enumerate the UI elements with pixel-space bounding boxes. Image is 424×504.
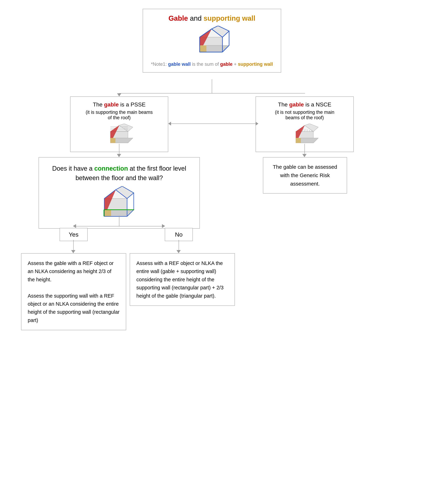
yes-no-horizontal xyxy=(76,226,162,227)
generic-box: The gable can be assessed with the Gener… xyxy=(263,157,347,194)
no-down-arrow xyxy=(176,250,181,253)
psse-down-connector xyxy=(119,144,119,154)
svg-marker-5 xyxy=(200,45,206,52)
arrow-to-yes xyxy=(73,224,76,228)
psse-down-arrow xyxy=(117,154,121,157)
yes-down-arrow xyxy=(71,250,75,253)
psse-house-container xyxy=(75,124,163,147)
connector-top-down xyxy=(212,79,212,93)
generic-text: The gable can be assessed with the Gener… xyxy=(270,163,340,188)
main-chart: Gable and supporting wall xyxy=(0,0,424,504)
svg-marker-18 xyxy=(110,138,115,143)
nsce-down-connector xyxy=(305,144,305,154)
nsce-desc: (it is not supporting the mainbeams of t… xyxy=(261,110,349,120)
note-gable-wall: gable wall xyxy=(168,62,191,67)
top-box: Gable and supporting wall xyxy=(143,9,281,73)
psse-house-svg xyxy=(102,124,137,146)
note-supporting: supporting wall xyxy=(238,62,273,67)
yes-box: Yes xyxy=(60,228,88,241)
top-house-container xyxy=(150,26,274,58)
connection-title: Does it have a connection at the first f… xyxy=(48,164,191,183)
title-supporting: supporting wall xyxy=(204,14,255,22)
svg-marker-30 xyxy=(296,138,301,143)
no-down-connector xyxy=(179,240,179,250)
yes-label: Yes xyxy=(69,231,78,238)
note-gable: gable xyxy=(220,62,233,67)
bottom-left-box: Assess the gable with a REF object or an… xyxy=(21,253,126,330)
arrow-to-no xyxy=(162,224,165,228)
psse-desc: (it is supporting the main beamsof the r… xyxy=(75,110,163,120)
connection-word: connection xyxy=(94,165,128,172)
note: *Note1: gable wall is the sum of gable +… xyxy=(150,62,274,67)
svg-marker-36 xyxy=(104,210,111,216)
top-house-svg xyxy=(186,26,238,57)
yes-down-connector xyxy=(73,240,74,250)
nsce-down-arrow xyxy=(302,154,306,157)
nsce-gable: gable xyxy=(289,101,304,108)
left-arrowhead xyxy=(168,122,171,126)
psse-gable: gable xyxy=(104,101,119,108)
title-and: and xyxy=(190,14,204,22)
bottom-left-para1: Assess the gable with a REF object or an… xyxy=(28,259,119,284)
no-box: No xyxy=(165,228,193,241)
nsce-title: The gable is a NSCE xyxy=(261,101,349,108)
psse-title: The gable is a PSSE xyxy=(75,101,163,108)
conn-down-connector xyxy=(119,216,119,226)
connector-horizontal-branch xyxy=(119,93,305,94)
bottom-right-box: Assess with a REF object or NLKA the ent… xyxy=(130,253,235,306)
title-gable: Gable xyxy=(168,14,188,22)
right-arrowhead xyxy=(256,122,258,126)
nsce-house-container xyxy=(261,124,349,147)
arrow-line xyxy=(171,123,256,124)
no-label: No xyxy=(175,231,182,238)
arrow-to-psse xyxy=(117,93,121,96)
nsce-house-svg xyxy=(287,124,322,146)
bottom-left-para2: Assess the supporting wall with a REF ob… xyxy=(28,292,119,324)
bottom-right-text: Assess with a REF object or NLKA the ent… xyxy=(136,259,228,300)
top-title: Gable and supporting wall xyxy=(150,14,274,22)
psse-nsce-arrow xyxy=(168,122,258,126)
